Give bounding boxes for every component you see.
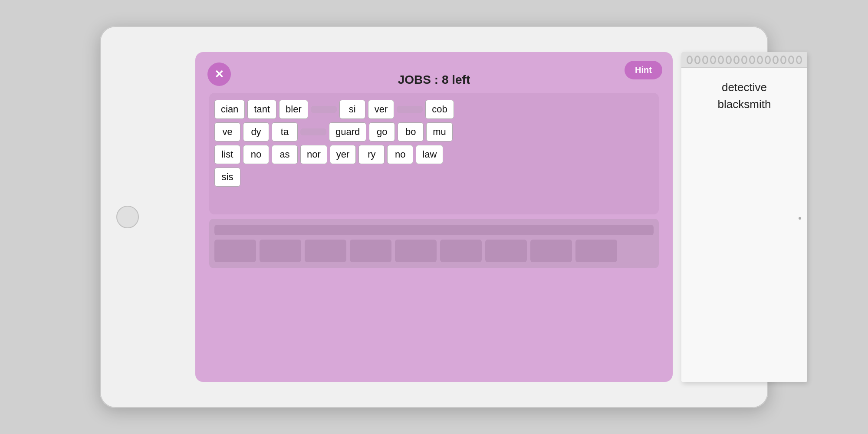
tile-yer[interactable]: yer [330, 145, 356, 164]
syllable-row-4: sis [214, 168, 654, 187]
notebook-content: detective blacksmith [681, 68, 807, 382]
hint-button[interactable]: Hint [625, 61, 662, 79]
tile-empty-1 [311, 106, 337, 113]
tile-empty-3 [300, 128, 326, 135]
tile-nor[interactable]: nor [300, 145, 327, 164]
ipad-home-button[interactable] [116, 206, 139, 228]
spiral-ring [765, 56, 771, 64]
tile-cob[interactable]: cob [425, 100, 454, 119]
spiral-ring [702, 56, 708, 64]
spiral-ring [757, 56, 763, 64]
spiral-ring [726, 56, 732, 64]
tile-go[interactable]: go [369, 122, 395, 141]
close-button[interactable]: ✕ [207, 62, 231, 86]
spiral-ring [780, 56, 786, 64]
syllable-row-3: list no as nor yer ry no law [214, 145, 654, 164]
answer-slot-5[interactable] [395, 240, 437, 262]
game-title: JOBS : 8 left [204, 61, 664, 87]
tile-no2[interactable]: no [387, 145, 413, 164]
tile-guard[interactable]: guard [329, 122, 366, 141]
close-icon: ✕ [214, 69, 224, 80]
game-area: ✕ JOBS : 8 left Hint cian tant bler si v… [195, 52, 673, 382]
answer-slot-6[interactable] [440, 240, 482, 262]
spiral-ring [733, 56, 740, 64]
notebook-word-blacksmith: blacksmith [690, 98, 799, 111]
tile-sis[interactable]: sis [214, 168, 240, 187]
answer-slot-1[interactable] [214, 240, 256, 262]
tile-ta[interactable]: ta [272, 122, 298, 141]
ipad-frame: ✕ JOBS : 8 left Hint cian tant bler si v… [100, 26, 768, 408]
answer-slot-3[interactable] [305, 240, 346, 262]
tile-dy[interactable]: dy [243, 122, 269, 141]
spiral-ring [741, 56, 747, 64]
tile-cian[interactable]: cian [214, 100, 245, 119]
tile-si[interactable]: si [339, 100, 365, 119]
notebook-word-detective: detective [690, 81, 799, 94]
tile-as[interactable]: as [272, 145, 298, 164]
tile-mu[interactable]: mu [426, 122, 453, 141]
answer-slot-8[interactable] [530, 240, 572, 262]
spiral-ring [773, 56, 779, 64]
spiral-ring [694, 56, 700, 64]
spiral-ring [796, 56, 802, 64]
tile-law[interactable]: law [416, 145, 443, 164]
spiral-ring [788, 56, 794, 64]
spiral-ring [749, 56, 755, 64]
syllable-area: cian tant bler si ver cob ve dy ta guard… [209, 93, 659, 214]
tile-tant[interactable]: tant [247, 100, 276, 119]
spiral-ring [718, 56, 724, 64]
answer-slot-7[interactable] [485, 240, 527, 262]
answer-slot-4[interactable] [350, 240, 391, 262]
syllable-row-1: cian tant bler si ver cob [214, 100, 654, 119]
tile-ve[interactable]: ve [214, 122, 240, 141]
notebook-dot [799, 217, 801, 220]
answer-slots [214, 240, 654, 262]
answer-area [209, 219, 659, 268]
notebook: detective blacksmith [681, 52, 807, 382]
notebook-spiral [681, 52, 807, 68]
syllable-row-2: ve dy ta guard go bo mu [214, 122, 654, 141]
answer-slot-9[interactable] [575, 240, 617, 262]
answer-bar [214, 225, 654, 235]
tile-no[interactable]: no [243, 145, 269, 164]
spiral-ring [710, 56, 716, 64]
tile-list[interactable]: list [214, 145, 240, 164]
tile-bo[interactable]: bo [398, 122, 424, 141]
tile-ry[interactable]: ry [358, 145, 385, 164]
tile-empty-2 [397, 106, 423, 113]
spiral-ring [687, 56, 693, 64]
tile-bler[interactable]: bler [279, 100, 308, 119]
tile-ver[interactable]: ver [368, 100, 395, 119]
answer-slot-2[interactable] [260, 240, 301, 262]
